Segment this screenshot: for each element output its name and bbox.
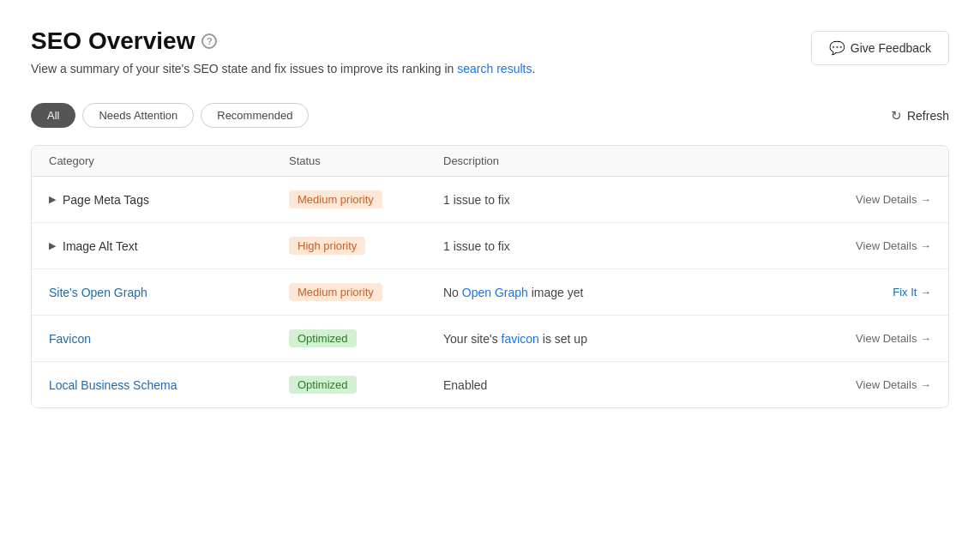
category-cell-favicon: Favicon: [49, 332, 289, 346]
view-details-link[interactable]: View Details →: [856, 239, 931, 252]
header-category: Category: [49, 154, 289, 167]
feedback-button-label: Give Feedback: [851, 41, 931, 55]
action-cell: View Details →: [794, 239, 931, 252]
status-badge: Optimized: [289, 376, 357, 394]
category-cell-open-graph: Site's Open Graph: [49, 286, 289, 299]
action-cell: Fix It →: [794, 286, 931, 299]
table-header: Category Status Description: [32, 146, 948, 177]
description-cell: 1 issue to fix: [443, 239, 794, 253]
header-description: Description: [443, 154, 794, 167]
action-cell: View Details →: [794, 378, 931, 391]
action-cell: View Details →: [794, 193, 931, 206]
description-text: No Open Graph image yet: [443, 286, 583, 299]
category-name[interactable]: Favicon: [49, 332, 91, 346]
header-action: [794, 154, 931, 167]
table-row: Local Business Schema Optimized Enabled …: [32, 362, 948, 407]
table-row: ▶ Page Meta Tags Medium priority 1 issue…: [32, 177, 948, 223]
table-row: Favicon Optimized Your site's favicon is…: [32, 316, 948, 362]
description-cell: Enabled: [443, 378, 794, 392]
expand-icon[interactable]: ▶: [49, 240, 56, 251]
category-name[interactable]: Site's Open Graph: [49, 286, 147, 299]
category-name[interactable]: Local Business Schema: [49, 378, 177, 392]
status-cell: Medium priority: [289, 190, 443, 208]
view-details-link[interactable]: View Details →: [856, 378, 931, 391]
filter-tabs: All Needs Attention Recommended: [31, 103, 309, 128]
header-status: Status: [289, 154, 443, 167]
page-title-text: SEO Overview: [31, 27, 195, 55]
category-name: Page Meta Tags: [63, 193, 149, 207]
description-cell: 1 issue to fix: [443, 193, 794, 207]
header-row: SEO Overview ? View a summary of your si…: [31, 27, 949, 75]
feedback-icon: 💬: [829, 40, 845, 56]
filter-tab-recommended[interactable]: Recommended: [201, 103, 309, 128]
status-cell: High priority: [289, 237, 443, 255]
seo-table: Category Status Description ▶ Page Meta …: [31, 145, 949, 408]
view-details-link[interactable]: View Details →: [856, 193, 931, 206]
category-cell-page-meta-tags: ▶ Page Meta Tags: [49, 193, 289, 207]
category-cell-local-business: Local Business Schema: [49, 378, 289, 392]
status-badge: Medium priority: [289, 190, 382, 208]
category-cell-image-alt-text: ▶ Image Alt Text: [49, 239, 289, 253]
filter-tab-all[interactable]: All: [31, 103, 75, 128]
filter-all-label: All: [47, 109, 59, 122]
description-text: Your site's favicon is set up: [443, 332, 587, 346]
status-badge: Optimized: [289, 329, 357, 347]
description-cell: Your site's favicon is set up: [443, 332, 794, 346]
page-title: SEO Overview ?: [31, 27, 535, 55]
view-details-link[interactable]: View Details →: [856, 332, 931, 345]
filter-recommended-label: Recommended: [217, 109, 292, 122]
refresh-icon: ↻: [891, 108, 902, 124]
filter-needs-attention-label: Needs Attention: [99, 109, 177, 122]
action-cell: View Details →: [794, 332, 931, 345]
table-row: Site's Open Graph Medium priority No Ope…: [32, 269, 948, 316]
status-cell: Optimized: [289, 376, 443, 394]
status-badge: Medium priority: [289, 283, 382, 301]
description-cell: No Open Graph image yet: [443, 286, 794, 299]
fix-it-link[interactable]: Fix It →: [893, 286, 931, 299]
give-feedback-button[interactable]: 💬 Give Feedback: [811, 31, 949, 65]
status-badge: High priority: [289, 237, 365, 255]
expand-icon[interactable]: ▶: [49, 194, 56, 205]
title-area: SEO Overview ? View a summary of your si…: [31, 27, 535, 75]
refresh-button[interactable]: ↻ Refresh: [891, 108, 949, 124]
page-container: SEO Overview ? View a summary of your si…: [0, 0, 980, 543]
refresh-label: Refresh: [907, 109, 949, 123]
status-cell: Optimized: [289, 329, 443, 347]
page-subtitle: View a summary of your site's SEO state …: [31, 62, 535, 75]
table-row: ▶ Image Alt Text High priority 1 issue t…: [32, 223, 948, 269]
status-cell: Medium priority: [289, 283, 443, 301]
filter-tab-needs-attention[interactable]: Needs Attention: [82, 103, 194, 128]
filters-row: All Needs Attention Recommended ↻ Refres…: [31, 103, 949, 128]
help-icon[interactable]: ?: [201, 33, 217, 49]
category-name: Image Alt Text: [63, 239, 138, 253]
